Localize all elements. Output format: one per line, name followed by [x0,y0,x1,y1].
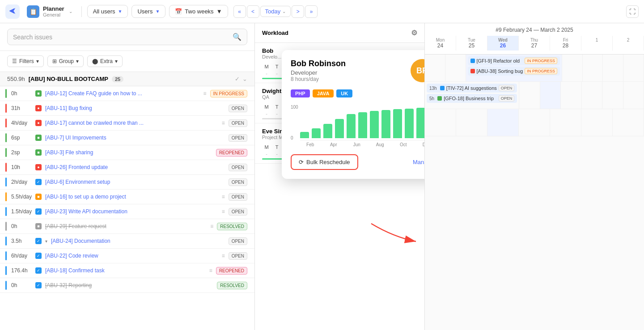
issue-hours: 0h [11,223,34,229]
issue-title: [ABU-6] Environment setup [45,179,218,185]
issue-bar [5,178,7,186]
event-text: [GFI-9] Refactor old [477,58,523,63]
status-badge: OPEN [229,252,247,260]
today-chevron-icon: ⌄ [282,9,286,14]
expand-button[interactable]: ⛶ [626,5,639,18]
issue-title: [ABU-32] Reporting [45,282,207,288]
calendar-day: Thu27 [519,36,550,51]
status-badge: OPEN [229,178,247,186]
app-sub: General [43,12,64,17]
list-item[interactable]: 0h ■ [ABU-29] Feature request ≡ RESOLVED [0,219,254,234]
calendar-panel: #9 February 24 — March 2 2025 Mon24Tue25… [425,23,644,330]
issue-bar [5,148,7,157]
group-count: 25 [112,76,123,82]
bulk-reschedule-button[interactable]: ⟳ Bulk Reschedule [291,154,358,170]
group-button[interactable]: ⊞ Group ▾ [47,55,84,67]
calendar-event: [ABU-38] Sorting bug IN PROGRESS [468,67,560,76]
issue-title: [ABU-18] Confirmed task [45,267,206,274]
search-input[interactable] [13,34,229,41]
group-label: Group [59,58,74,64]
list-item[interactable]: 3.5h ✓ ▾ [ABU-24] Documentation ≡ OPEN [0,234,254,249]
chart-x-label: Apr [323,142,344,147]
search-box: 🔍 [7,29,247,45]
list-item[interactable]: 1.5h/day ✓ [ABU-23] Write API documentat… [0,204,254,219]
sidebar-toggle[interactable]: ⮜ [5,4,20,19]
chart-y-min: 0 [291,135,298,140]
calendar-row: [GFI-9] Refactor old IN PROGRESS [ABU-38… [425,55,644,82]
cal-cell [519,109,550,136]
nav-controls: « < Today ⌄ > » [233,5,318,18]
chart-bar [300,132,309,138]
nav-first-button[interactable]: « [233,5,246,18]
issue-hours: 2h/day [11,179,34,185]
filter-row: ☰ Filters ▾ ⊞ Group ▾ ⬤ Extra ▾ [0,51,254,72]
app-selector[interactable]: 📋 Planner General ⌄ [23,4,76,20]
chart-bar [393,109,402,138]
menu-icon: ≡ [222,120,225,126]
status-badge: OPEN [229,208,247,216]
issue-icon: ■ [35,223,42,229]
cal-cell [561,82,581,109]
calendar-row [425,109,644,136]
extra-button[interactable]: ⬤ Extra ▾ [87,55,123,67]
issue-hours: 0h [11,90,34,97]
cal-cell-wed: [GFI-9] Refactor old IN PROGRESS [ABU-38… [466,55,562,81]
nav-prev-button[interactable]: < [247,5,259,18]
workload-panel: Workload ⚙ Bob Develo... M T W T [255,23,425,330]
list-item[interactable]: 10h ● [ABU-26] Frontend update ≡ OPEN [0,160,254,175]
cal-cell [623,82,644,109]
nav-next-button[interactable]: > [292,5,304,18]
popup-actions: ⟳ Bulk Reschedule Manage [291,154,425,170]
two-weeks-dropdown[interactable]: 📅 Two weeks ▼ [169,5,228,18]
status-badge: REOPENED [216,149,247,157]
chart-x-label: Oct [393,142,414,147]
gear-icon[interactable]: ⚙ [411,29,417,37]
popup-avatar: BR [411,59,425,82]
list-item[interactable]: 5.5h/day ■ [ABU-16] to set up a demo pro… [0,190,254,204]
calendar-event: 13h [TIV-72] AI suggestions OPEN [427,84,517,93]
popup-user-role: Developer [291,69,346,76]
chart-bar [358,112,367,138]
group-chevron-icon: ▾ [76,58,79,64]
nav-last-button[interactable]: » [305,5,318,18]
main-area: 🔍 ☰ Filters ▾ ⊞ Group ▾ ⬤ Extra ▾ [0,23,644,330]
issue-title: [ABU-12] Create FAQ guide on how to ... [45,90,200,97]
list-item[interactable]: 0h ■ [ABU-12] Create FAQ guide on how to… [0,86,254,101]
popup-user-name: Bob Robinson [291,59,346,68]
manage-link[interactable]: Manage [413,159,425,165]
week-title: #9 February 24 — March 2 2025 [425,27,644,33]
all-users-dropdown[interactable]: All users ▼ [87,5,128,18]
group-header: 550.9h [ABU] NO-BULL BOOTCAMP 25 ✓ ⌄ [0,72,254,86]
today-button[interactable]: Today ⌄ [260,6,291,17]
all-users-label: All users [93,8,115,15]
issue-icon: ✓ [35,267,42,274]
list-item[interactable]: 31h ● [ABU-11] Bug fixing ≡ OPEN [0,101,254,116]
list-item[interactable]: 0h ✓ [ABU-32] Reporting ≡ RESOLVED [0,278,254,293]
dropdown-arrow-icon: ▼ [118,9,123,14]
issue-bar [5,222,7,231]
chart-bar [370,111,379,138]
issue-hours: 10h [11,164,34,170]
menu-icon: ≡ [222,208,225,215]
list-item[interactable]: 176.4h ✓ [ABU-18] Confirmed task ≡ REOPE… [0,263,254,278]
list-item[interactable]: 2h/day ✓ [ABU-6] Environment setup ≡ OPE… [0,175,254,190]
issue-hours: 31h [11,105,34,111]
event-status: OPEN [499,85,515,91]
chart-x-label: Dec [416,142,425,147]
chart-area: 100 0 FebAprJunAugOctDec [291,105,425,147]
event-status: OPEN [499,95,515,102]
list-item[interactable]: 6sp ■ [ABU-7] UI Improvements ≡ OPEN [0,131,254,145]
group-hours: 550.9h [7,76,25,82]
chart-bar [312,128,321,138]
users-dropdown[interactable]: Users ▼ [131,5,165,18]
filters-button[interactable]: ☰ Filters ▾ [7,55,44,67]
list-item[interactable]: 2sp ■ [ABU-3] File sharing ≡ REOPENED [0,145,254,160]
calendar-day: Mon24 [425,36,456,51]
list-item[interactable]: 6h/day ✓ [ABU-22] Code review ≡ OPEN [0,249,254,263]
cal-cell-2 [623,55,644,81]
issue-icon: ✓ [35,238,42,244]
issue-title: [ABU-16] to set up a demo project [45,194,218,200]
calendar-day: Wed26 [487,36,519,51]
chart-x-label: Feb [300,142,321,147]
list-item[interactable]: 4h/day ● [ABU-17] cannot be crawled more… [0,116,254,131]
